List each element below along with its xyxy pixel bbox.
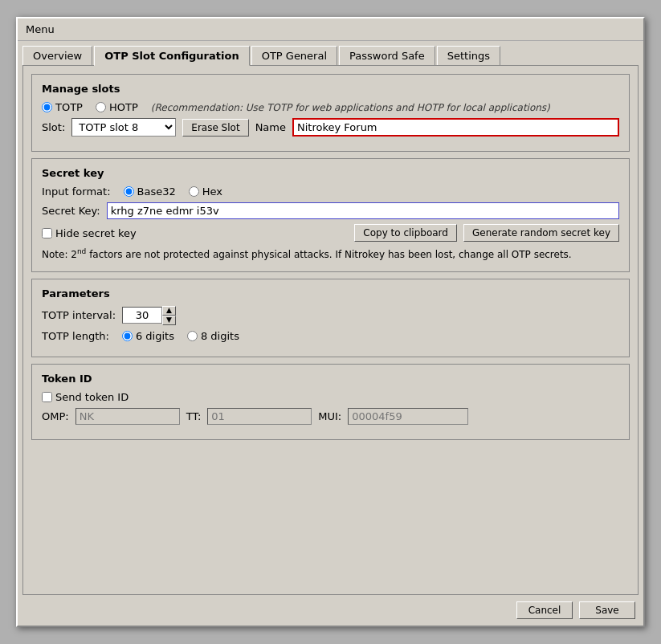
footer: Cancel Save: [18, 595, 643, 626]
send-token-checkbox[interactable]: [42, 392, 52, 402]
totp-length-row: TOTP length: 6 digits 8 digits: [42, 330, 619, 342]
format-row: Input format: Base32 Hex: [42, 185, 619, 198]
tt-input[interactable]: [207, 408, 312, 425]
hide-secret-checkbox[interactable]: [42, 228, 52, 238]
note-text: Note: 2nd factors are not protected agai…: [42, 247, 619, 262]
secret-key-row: Secret Key:: [42, 202, 619, 219]
base32-option[interactable]: Base32: [124, 185, 176, 198]
interval-down-button[interactable]: ▼: [162, 316, 176, 325]
input-format-label: Input format:: [42, 185, 111, 198]
hex-radio[interactable]: [189, 186, 199, 197]
send-token-label: Send token ID: [55, 391, 129, 403]
name-label: Name: [255, 121, 286, 133]
mui-input[interactable]: [348, 408, 468, 425]
tab-content: Manage slots TOTP HOTP (Recommendation: …: [22, 65, 639, 595]
token-id-title: Token ID: [42, 373, 619, 385]
secret-key-label: Secret Key:: [42, 205, 100, 217]
secret-key-input[interactable]: [107, 202, 619, 219]
generate-secret-button[interactable]: Generate random secret key: [463, 224, 619, 242]
hex-option[interactable]: Hex: [189, 185, 222, 198]
omp-input[interactable]: [75, 408, 180, 425]
interval-up-button[interactable]: ▲: [162, 306, 176, 316]
erase-slot-button[interactable]: Erase Slot: [182, 119, 248, 137]
hide-secret-wrap[interactable]: Hide secret key: [42, 227, 137, 239]
hide-secret-label: Hide secret key: [55, 227, 137, 239]
cancel-button[interactable]: Cancel: [516, 601, 573, 619]
interval-label: TOTP interval:: [42, 309, 116, 321]
parameters-section: Parameters TOTP interval: ▲ ▼ TOTP lengt…: [31, 279, 630, 357]
title-bar: Menu: [18, 18, 643, 41]
secret-key-actions-row: Hide secret key Copy to clipboard Genera…: [42, 224, 619, 242]
tab-otp-slot-configuration[interactable]: OTP Slot Configuration: [94, 46, 249, 66]
interval-spinner: ▲ ▼: [122, 306, 176, 325]
hex-label: Hex: [202, 185, 222, 198]
name-input[interactable]: [292, 118, 619, 137]
save-button[interactable]: Save: [579, 601, 635, 619]
window-title: Menu: [26, 23, 55, 35]
8digits-radio[interactable]: [187, 331, 198, 341]
totp-label: TOTP: [55, 101, 83, 113]
slot-row: Slot: TOTP slot 8 Erase Slot Name: [42, 118, 619, 137]
token-id-fields-row: OMP: TT: MUI:: [42, 408, 619, 425]
tab-otp-general[interactable]: OTP General: [251, 46, 337, 65]
totp-option[interactable]: TOTP: [42, 101, 83, 113]
manage-slots-title: Manage slots: [42, 83, 619, 95]
mui-label: MUI:: [318, 410, 341, 422]
copy-to-clipboard-button[interactable]: Copy to clipboard: [354, 224, 457, 242]
main-window: Menu Overview OTP Slot Configuration OTP…: [16, 17, 645, 627]
slot-select[interactable]: TOTP slot 8: [71, 118, 176, 137]
6digits-label: 6 digits: [136, 330, 174, 342]
base32-label: Base32: [137, 185, 176, 198]
tab-settings[interactable]: Settings: [437, 46, 500, 65]
tab-bar: Overview OTP Slot Configuration OTP Gene…: [18, 41, 643, 65]
6digits-radio[interactable]: [122, 331, 133, 341]
send-token-wrap[interactable]: Send token ID: [42, 391, 129, 403]
hotp-option[interactable]: HOTP: [96, 101, 138, 113]
interval-input[interactable]: [122, 307, 162, 324]
totp-radio[interactable]: [42, 102, 52, 112]
8digits-option[interactable]: 8 digits: [187, 330, 239, 342]
8digits-label: 8 digits: [201, 330, 239, 342]
token-id-section: Token ID Send token ID OMP: TT: MUI:: [31, 364, 630, 440]
secret-key-title: Secret key: [42, 167, 619, 179]
hotp-radio[interactable]: [96, 102, 106, 112]
hotp-label: HOTP: [109, 101, 138, 113]
parameters-title: Parameters: [42, 287, 619, 300]
recommendation-text: (Recommendation: Use TOTP for web applic…: [151, 102, 550, 113]
manage-slots-section: Manage slots TOTP HOTP (Recommendation: …: [31, 74, 630, 152]
tt-label: TT:: [186, 410, 202, 422]
send-token-row: Send token ID: [42, 391, 619, 403]
length-label: TOTP length:: [42, 330, 109, 342]
slot-label: Slot:: [42, 121, 65, 133]
secret-key-section: Secret key Input format: Base32 Hex Secr…: [31, 158, 630, 272]
otp-type-row: TOTP HOTP (Recommendation: Use TOTP for …: [42, 101, 619, 113]
spinner-buttons: ▲ ▼: [162, 306, 176, 325]
base32-radio[interactable]: [124, 186, 134, 197]
6digits-option[interactable]: 6 digits: [122, 330, 174, 342]
omp-label: OMP:: [42, 410, 69, 422]
tab-password-safe[interactable]: Password Safe: [339, 46, 435, 65]
tab-overview[interactable]: Overview: [22, 46, 92, 65]
totp-interval-row: TOTP interval: ▲ ▼: [42, 306, 619, 325]
